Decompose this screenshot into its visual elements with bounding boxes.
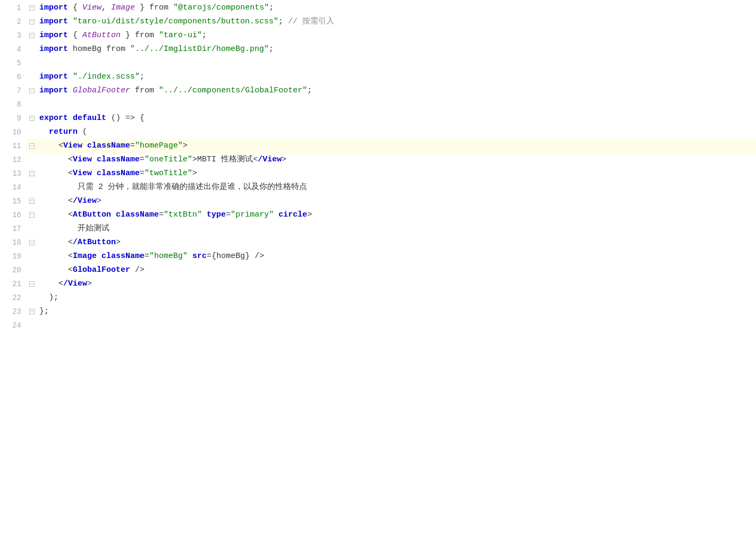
ln-15: 15 bbox=[0, 194, 21, 208]
ln-2: 2 bbox=[0, 15, 21, 29]
fold-icon-7[interactable]: − bbox=[29, 88, 35, 93]
fold-icon-3[interactable]: − bbox=[29, 33, 35, 38]
ln-11: 11 bbox=[0, 139, 21, 153]
gutter-10 bbox=[27, 125, 37, 139]
fold-icon-9[interactable]: − bbox=[29, 116, 35, 121]
gutter-23[interactable]: − bbox=[27, 305, 37, 319]
code-line-12: <View className="oneTitle">MBTI 性格测试</Vi… bbox=[37, 153, 756, 167]
identifier-atbutton: AtButton bbox=[82, 31, 121, 40]
tag-globalfooter: GlobalFooter bbox=[73, 265, 130, 274]
gutter-15[interactable]: − bbox=[27, 194, 37, 208]
from-keyword-7: from bbox=[135, 86, 154, 95]
fold-icon-21[interactable]: − bbox=[29, 281, 35, 287]
identifier-image: Image bbox=[111, 3, 135, 12]
gutter-17 bbox=[27, 222, 37, 236]
attr-classname-12: className bbox=[97, 155, 140, 164]
attr-circle: circle bbox=[278, 210, 307, 219]
string-taro-ui: "taro-ui" bbox=[159, 31, 202, 40]
code-line-18: </AtButton> bbox=[37, 236, 756, 250]
ln-22: 22 bbox=[0, 291, 21, 305]
ln-3: 3 bbox=[0, 29, 21, 42]
string-globalfooter: "../../components/GlobalFooter" bbox=[159, 86, 307, 95]
attrval-primary: "primary" bbox=[231, 210, 274, 219]
gutter-20 bbox=[27, 263, 37, 277]
gutter-9[interactable]: − bbox=[27, 111, 37, 125]
keyword-import-4: import bbox=[39, 45, 68, 54]
code-line-21: </View> bbox=[37, 277, 756, 291]
fold-icon-13[interactable]: − bbox=[29, 171, 35, 176]
fold-icon-11[interactable]: − bbox=[29, 143, 35, 149]
code-line-6: import "./index.scss"; bbox=[37, 70, 756, 84]
ln-14: 14 bbox=[0, 180, 21, 194]
gutter-7[interactable]: − bbox=[27, 84, 37, 98]
gutter-12 bbox=[27, 153, 37, 167]
fold-icon-15[interactable]: − bbox=[29, 199, 35, 204]
gutter-4 bbox=[27, 42, 37, 56]
code-line-8 bbox=[37, 98, 756, 111]
code-line-7: import GlobalFooter from "../../componen… bbox=[37, 84, 756, 98]
fold-icon-1[interactable]: − bbox=[29, 5, 35, 11]
ln-10: 10 bbox=[0, 125, 21, 139]
from-keyword-4: from bbox=[106, 45, 125, 54]
ln-19: 19 bbox=[0, 250, 21, 263]
code-area[interactable]: import { View, Image } from "@tarojs/com… bbox=[37, 0, 756, 542]
fold-icon-23[interactable]: − bbox=[29, 309, 35, 314]
string-index-scss: "./index.scss" bbox=[73, 72, 140, 81]
string-homebg: "../../ImglistDir/homeBg.png" bbox=[130, 45, 269, 54]
attrval-onetitle: "oneTitle" bbox=[145, 155, 192, 164]
tag-atbutton-close: /AtButton bbox=[73, 238, 116, 247]
code-line-2: import "taro-ui/dist/style/components/bu… bbox=[37, 15, 756, 29]
fold-icon-2[interactable]: − bbox=[29, 19, 35, 24]
gutter-5 bbox=[27, 56, 37, 70]
gutter-14 bbox=[27, 180, 37, 194]
ln-8: 8 bbox=[0, 98, 21, 111]
code-line-13: <View className="twoTitle"> bbox=[37, 167, 756, 180]
gutter-2[interactable]: − bbox=[27, 15, 37, 29]
line-numbers: 1 2 3 4 5 6 7 8 9 10 11 12 13 14 15 16 1… bbox=[0, 0, 27, 542]
code-line-3: import { AtButton } from "taro-ui"; bbox=[37, 29, 756, 42]
gutter-11[interactable]: − bbox=[27, 139, 37, 153]
gutter-19 bbox=[27, 250, 37, 263]
ln-1: 1 bbox=[0, 1, 21, 15]
tag-view-close-12: /View bbox=[258, 155, 282, 164]
ln-23: 23 bbox=[0, 305, 21, 319]
ln-16: 16 bbox=[0, 208, 21, 222]
attr-type-16: type bbox=[207, 210, 226, 219]
keyword-import-1: import bbox=[39, 3, 68, 12]
code-line-4: import homeBg from "../../ImglistDir/hom… bbox=[37, 42, 756, 56]
from-keyword-3: from bbox=[135, 31, 154, 40]
identifier-view: View bbox=[82, 3, 101, 12]
gutter-18[interactable]: − bbox=[27, 236, 37, 250]
tag-atbutton-open: AtButton bbox=[73, 210, 111, 219]
ln-7: 7 bbox=[0, 84, 21, 98]
gutter-1[interactable]: − bbox=[27, 1, 37, 15]
ln-17: 17 bbox=[0, 222, 21, 236]
gutter-22 bbox=[27, 291, 37, 305]
ln-24: 24 bbox=[0, 319, 21, 332]
ln-21: 21 bbox=[0, 277, 21, 291]
from-keyword-1: from bbox=[149, 3, 168, 12]
keyword-return: return bbox=[49, 127, 78, 136]
ln-20: 20 bbox=[0, 263, 21, 277]
keyword-import-3: import bbox=[39, 31, 68, 40]
attrval-homepage: "homePage" bbox=[135, 141, 183, 150]
gutter-3[interactable]: − bbox=[27, 29, 37, 42]
keyword-import-6: import bbox=[39, 72, 68, 81]
tag-view-open-12: View bbox=[73, 155, 92, 164]
gutter-6 bbox=[27, 70, 37, 84]
code-line-1: import { View, Image } from "@tarojs/com… bbox=[37, 1, 756, 15]
gutter-24 bbox=[27, 319, 37, 332]
attrval-txtbtn: "txtBtn" bbox=[164, 210, 202, 219]
ln-5: 5 bbox=[0, 56, 21, 70]
fold-icon-18[interactable]: − bbox=[29, 240, 35, 245]
string-tarojs: "@tarojs/components" bbox=[173, 3, 269, 12]
fold-icon-16[interactable]: − bbox=[29, 212, 35, 218]
keyword-export: export bbox=[39, 114, 68, 123]
code-line-15: </View> bbox=[37, 194, 756, 208]
attr-classname-13: className bbox=[97, 169, 140, 178]
gutter-21[interactable]: − bbox=[27, 277, 37, 291]
gutter-16[interactable]: − bbox=[27, 208, 37, 222]
gutter-13[interactable]: − bbox=[27, 167, 37, 180]
ln-13: 13 bbox=[0, 167, 21, 180]
ln-4: 4 bbox=[0, 42, 21, 56]
